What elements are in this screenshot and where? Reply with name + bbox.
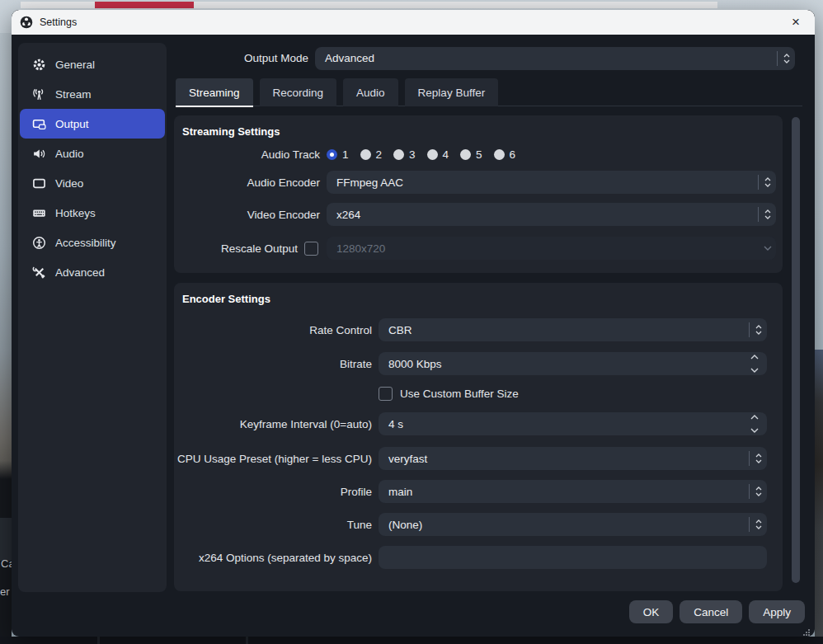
audio-encoder-value: FFmpeg AAC [327, 176, 758, 189]
output-tabs: Streaming Recording Audio Replay Buffer [176, 78, 802, 106]
bitrate-row: Bitrate 8000 Kbps [174, 352, 783, 375]
cpu-usage-preset-value: veryfast [379, 453, 749, 465]
output-mode-select[interactable]: Advanced [315, 47, 795, 70]
tune-value: (None) [379, 519, 749, 531]
rescale-output-checkbox[interactable] [304, 242, 318, 256]
sidebar-item-hotkeys[interactable]: Hotkeys [20, 198, 165, 228]
sidebar-item-video[interactable]: Video [20, 168, 165, 198]
keyframe-interval-row: Keyframe Interval (0=auto) 4 s [174, 412, 783, 435]
background-right-edge [815, 350, 823, 637]
sidebar-item-advanced[interactable]: Advanced [20, 257, 165, 287]
encoder-settings-title: Encoder Settings [182, 293, 783, 305]
titlebar[interactable]: Settings × [12, 10, 815, 35]
custom-buffer-label: Use Custom Buffer Size [400, 388, 519, 400]
obs-logo-icon [20, 16, 33, 29]
profile-select[interactable]: main [379, 480, 767, 503]
sidebar-item-accessibility[interactable]: Accessibility [20, 228, 165, 257]
cpu-usage-preset-row: CPU Usage Preset (higher = less CPU) ver… [174, 447, 783, 470]
speaker-icon [32, 147, 46, 161]
keyframe-interval-label: Keyframe Interval (0=auto) [174, 418, 372, 430]
sidebar-item-audio[interactable]: Audio [20, 139, 165, 168]
radio-icon[interactable] [460, 149, 471, 160]
settings-sidebar: General Stream Output [18, 43, 167, 592]
cpu-usage-preset-label: CPU Usage Preset (higher = less CPU) [174, 453, 372, 465]
audio-track-label: Audio Track [174, 148, 320, 161]
bitrate-spinbox[interactable]: 8000 Kbps [379, 352, 767, 375]
audio-track-option-1[interactable]: 1 [327, 148, 349, 161]
x264-options-label: x264 Options (separated by space) [174, 552, 372, 564]
rate-control-label: Rate Control [174, 324, 372, 336]
profile-row: Profile main [174, 480, 783, 503]
radio-checked-icon[interactable] [327, 149, 337, 160]
resize-grip[interactable] [802, 625, 811, 633]
cancel-button[interactable]: Cancel [680, 600, 742, 623]
radio-label: 6 [510, 148, 516, 161]
video-encoder-select[interactable]: x264 [327, 203, 776, 226]
cpu-usage-preset-select[interactable]: veryfast [379, 447, 767, 470]
window-title: Settings [40, 16, 77, 28]
tab-recording[interactable]: Recording [260, 78, 337, 106]
chevron-up-down-icon [778, 54, 795, 63]
audio-encoder-select[interactable]: FFmpeg AAC [327, 171, 776, 194]
background-bottom-strip [0, 637, 823, 644]
video-encoder-row: Video Encoder x264 [174, 203, 783, 226]
apply-button[interactable]: Apply [749, 600, 805, 623]
keyboard-icon [32, 206, 46, 220]
chevron-up-down-icon [750, 325, 767, 335]
audio-track-option-6[interactable]: 6 [494, 148, 516, 161]
sidebar-item-stream[interactable]: Stream [20, 79, 165, 109]
radio-label: 3 [409, 148, 416, 161]
x264-options-input[interactable] [379, 552, 767, 564]
tab-audio[interactable]: Audio [343, 78, 398, 106]
radio-icon[interactable] [393, 149, 404, 160]
ok-button[interactable]: OK [629, 600, 674, 623]
sidebar-item-label: Advanced [55, 266, 105, 279]
audio-track-option-3[interactable]: 3 [393, 148, 416, 161]
background-left-panel-fragment [0, 518, 12, 561]
output-mode-label: Output Mode [165, 52, 315, 64]
spinner-arrows-icon[interactable] [745, 414, 764, 434]
tools-icon [32, 266, 46, 280]
gear-icon [32, 58, 46, 72]
rescale-output-label: Rescale Output [174, 242, 298, 255]
profile-label: Profile [174, 486, 372, 498]
spinner-arrows-icon[interactable] [745, 354, 764, 374]
rescale-resolution-value: 1280x720 [327, 242, 759, 255]
streaming-settings-title: Streaming Settings [182, 125, 783, 138]
audio-track-option-5[interactable]: 5 [460, 148, 482, 161]
tab-replay-buffer[interactable]: Replay Buffer [405, 78, 499, 106]
monitor-icon [32, 176, 46, 190]
audio-encoder-label: Audio Encoder [174, 176, 320, 189]
chevron-up-down-icon [750, 454, 767, 463]
audio-track-row: Audio Track 1 2 3 4 5 6 [174, 148, 783, 161]
scrollbar-thumb[interactable] [792, 117, 800, 583]
sidebar-item-label: Hotkeys [55, 207, 96, 219]
chevron-up-down-icon [759, 177, 776, 187]
keyframe-interval-spinbox[interactable]: 4 s [379, 412, 767, 435]
close-icon[interactable]: × [785, 12, 807, 32]
rescale-resolution-select[interactable]: 1280x720 [327, 237, 776, 260]
sidebar-item-output[interactable]: Output [20, 109, 165, 139]
radio-label: 2 [376, 148, 383, 161]
rate-control-select[interactable]: CBR [379, 318, 767, 341]
chevron-up-down-icon [759, 209, 776, 219]
tune-select[interactable]: (None) [379, 513, 767, 536]
radio-icon[interactable] [494, 149, 505, 160]
streaming-settings-card: Streaming Settings Audio Track 1 2 3 4 5… [174, 115, 783, 273]
sidebar-item-general[interactable]: General [20, 49, 165, 79]
keyframe-interval-value: 4 s [379, 418, 745, 430]
audio-track-option-4[interactable]: 4 [427, 148, 449, 161]
bitrate-label: Bitrate [174, 358, 372, 370]
custom-buffer-checkbox[interactable] [379, 387, 393, 401]
audio-track-option-2[interactable]: 2 [360, 148, 383, 161]
audio-track-radio-group: 1 2 3 4 5 6 [327, 148, 515, 161]
sidebar-item-label: Output [55, 118, 89, 130]
output-display-icon [32, 117, 46, 131]
x264-options-field[interactable] [379, 546, 767, 569]
radio-icon[interactable] [427, 149, 438, 160]
encoder-settings-card: Encoder Settings Rate Control CBR Bitrat… [174, 283, 783, 591]
audio-encoder-row: Audio Encoder FFmpeg AAC [174, 171, 783, 194]
tab-streaming[interactable]: Streaming [176, 78, 253, 106]
sidebar-item-label: Accessibility [55, 237, 116, 249]
radio-icon[interactable] [360, 149, 371, 160]
